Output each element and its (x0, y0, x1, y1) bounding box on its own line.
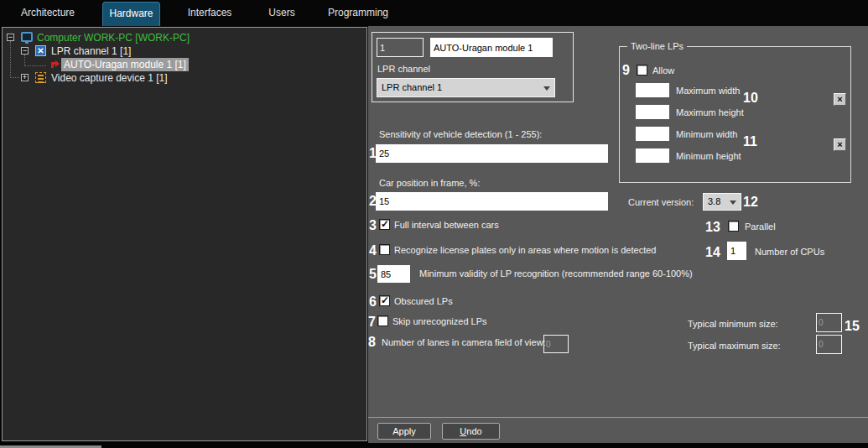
callout-14: 14 (705, 246, 720, 259)
clear-min-size-button[interactable]: × (834, 138, 846, 151)
undo-button[interactable]: Undo (442, 423, 500, 440)
tree-item-label[interactable]: Computer WORK-PC [WORK-PC] (37, 31, 190, 44)
recognize-motion-label: Recognize license plates only in areas w… (394, 245, 656, 256)
tab-interfaces[interactable]: Interfaces (178, 0, 242, 26)
video-capture-icon (35, 72, 46, 83)
tree-row-video-capture[interactable]: + Video capture device 1 [1] (3, 71, 363, 85)
min-width-label: Minimum width (676, 129, 737, 140)
parallel-label: Parallel (745, 221, 776, 232)
uragan-module-icon (49, 59, 60, 70)
collapse-icon[interactable]: − (7, 34, 14, 41)
callout-12: 12 (743, 195, 758, 209)
callout-9: 9 (622, 64, 630, 77)
close-icon: × (837, 139, 842, 149)
callout-7: 7 (368, 315, 376, 329)
tab-architecture[interactable]: Architecture (15, 0, 81, 26)
lpr-channel-label: LPR channel (377, 64, 430, 75)
obscured-lps-checkbox[interactable] (379, 295, 390, 306)
computer-icon (21, 32, 33, 42)
min-validity-label: Minimum validity of LP recognition (reco… (419, 268, 693, 279)
callout-8: 8 (368, 336, 376, 349)
full-interval-checkbox[interactable] (379, 219, 390, 230)
sensitivity-label: Sensitivity of vehicle detection (1 - 25… (379, 129, 542, 140)
full-interval-label: Full interval between cars (394, 220, 499, 231)
object-name-field[interactable] (430, 38, 553, 57)
callout-3: 3 (369, 219, 377, 232)
skip-unrecognized-checkbox[interactable] (377, 315, 388, 326)
lanes-label: Number of lanes in camera field of view: (382, 337, 546, 348)
callout-13: 13 (705, 221, 720, 234)
expand-icon[interactable]: + (21, 74, 29, 81)
callout-4: 4 (369, 244, 377, 258)
uragan-settings-panel: LPR channel LPR channel 1 Sensitivity of… (368, 26, 868, 443)
callout-5: 5 (369, 268, 377, 281)
max-height-field[interactable] (636, 105, 669, 119)
min-width-field[interactable] (636, 127, 669, 141)
tree-row-lpr-channel[interactable]: − ✕ LPR channel 1 [1] (3, 44, 363, 58)
object-id-field[interactable] (377, 38, 424, 57)
tree-item-label[interactable]: AUTO-Uragan module 1 [1] (61, 58, 189, 71)
min-height-field[interactable] (636, 148, 669, 163)
two-line-lps-groupbox: Two-line LPs 9 Allow Maximum width Maxim… (619, 46, 851, 183)
callout-10: 10 (743, 91, 758, 105)
chevron-down-icon (543, 86, 550, 91)
app-window: Architecture Hardware Interfaces Users P… (0, 0, 868, 448)
undo-button-label: Undo (460, 424, 481, 439)
tree-item-label[interactable]: LPR channel 1 [1] (51, 44, 131, 58)
min-validity-field[interactable] (377, 265, 410, 283)
button-area-divider (368, 417, 868, 418)
typical-min-size-field[interactable] (816, 313, 842, 332)
sensitivity-field[interactable] (376, 144, 608, 163)
typical-min-size-label: Typical minimum size: (688, 319, 778, 330)
close-icon: × (837, 94, 842, 104)
max-width-label: Maximum width (676, 86, 740, 96)
tree-row-computer[interactable]: − Computer WORK-PC [WORK-PC] (3, 31, 363, 44)
chevron-down-icon (730, 201, 736, 205)
tab-users[interactable]: Users (254, 0, 309, 26)
two-line-lps-title: Two-line LPs (627, 41, 687, 51)
typical-max-size-field[interactable] (816, 335, 842, 354)
lpr-channel-dropdown[interactable]: LPR channel 1 (377, 78, 555, 97)
callout-6: 6 (369, 295, 377, 309)
max-width-field[interactable] (636, 83, 669, 97)
allow-label: Allow (652, 65, 674, 76)
main-tab-bar: Architecture Hardware Interfaces Users P… (0, 0, 868, 26)
collapse-icon[interactable]: − (21, 47, 29, 55)
allow-checkbox[interactable] (637, 65, 647, 76)
recognize-motion-checkbox[interactable] (379, 244, 390, 255)
max-height-label: Maximum height (676, 107, 744, 118)
current-version-dropdown[interactable]: 3.8 (703, 193, 741, 211)
parallel-checkbox[interactable] (728, 221, 739, 232)
tree-item-label[interactable]: Video capture device 1 [1] (51, 71, 168, 85)
apply-button[interactable]: Apply (377, 423, 431, 440)
skip-unrecognized-label: Skip unrecognized LPs (392, 316, 487, 327)
lanes-field[interactable] (543, 335, 569, 353)
current-version-value: 3.8 (708, 196, 720, 206)
obscured-lps-label: Obscured LPs (394, 296, 453, 307)
hardware-tree-panel: − Computer WORK-PC [WORK-PC] − ✕ LPR cha… (2, 27, 367, 441)
tab-programming[interactable]: Programming (323, 0, 393, 26)
current-version-label: Current version: (628, 197, 694, 208)
tree-row-uragan-module[interactable]: AUTO-Uragan module 1 [1] (3, 58, 363, 71)
callout-11: 11 (743, 135, 757, 148)
apply-button-label: Apply (392, 424, 416, 439)
lpr-channel-icon: ✕ (35, 45, 46, 56)
callout-15: 15 (845, 320, 860, 333)
car-position-label: Car position in frame, %: (379, 178, 480, 189)
cpu-count-label: Number of CPUs (755, 247, 824, 258)
clear-max-size-button[interactable]: × (834, 93, 846, 106)
cpu-count-field[interactable] (727, 242, 746, 260)
typical-max-size-label: Typical maximum size: (688, 341, 781, 352)
min-height-label: Minimum height (676, 151, 741, 162)
identity-groupbox: LPR channel LPR channel 1 (372, 32, 574, 102)
tab-hardware[interactable]: Hardware (102, 2, 160, 26)
lpr-channel-value: LPR channel 1 (382, 82, 442, 92)
car-position-field[interactable] (376, 192, 608, 211)
